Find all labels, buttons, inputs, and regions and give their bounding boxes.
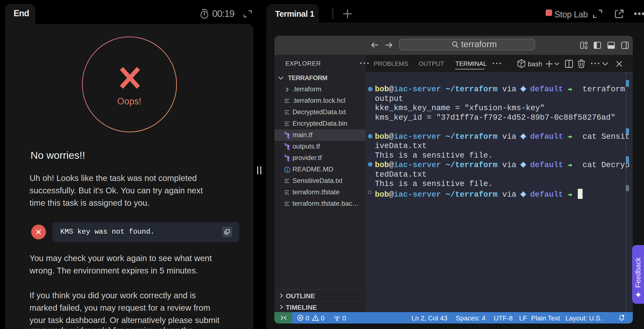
svg-text:$.: $. — [520, 64, 524, 68]
